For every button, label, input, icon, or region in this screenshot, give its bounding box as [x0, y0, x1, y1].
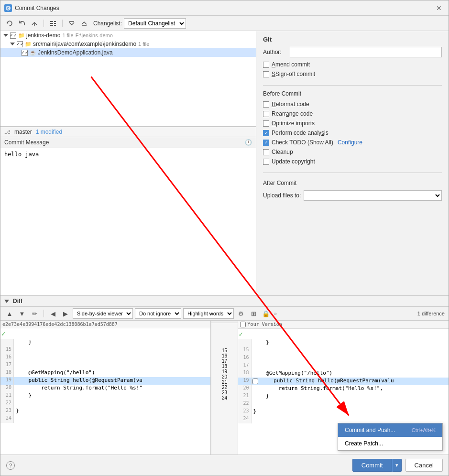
line-content: @GetMapping("/hello")	[252, 370, 335, 378]
highlight-select[interactable]: Highlight words	[183, 308, 234, 319]
separator-1	[44, 20, 44, 27]
after-commit-label: After Commit	[263, 180, 442, 186]
line-num: 15	[238, 347, 252, 355]
undo-button[interactable]	[17, 18, 27, 29]
diff-settings-btn[interactable]: ⚙	[236, 308, 246, 319]
diff-next-btn[interactable]: ▶	[60, 308, 71, 319]
reformat-checkbox[interactable]	[263, 101, 269, 108]
ignore-select[interactable]: Do not ignore	[135, 308, 181, 319]
commit-message-input[interactable]: hello java	[0, 148, 256, 295]
file-tree: ✓ 📁 jenkins-demo 1 file F:\jenkins-demo …	[0, 31, 256, 127]
author-label: Author:	[263, 49, 287, 55]
diff-prev-btn[interactable]: ◀	[48, 308, 58, 319]
cancel-button[interactable]: Cancel	[405, 459, 443, 472]
rearrange-checkbox[interactable]	[263, 111, 269, 117]
changelists-button[interactable]	[48, 18, 58, 29]
author-input[interactable]	[290, 47, 442, 57]
commit-push-item[interactable]: Commit and Push... Ctrl+Alt+K	[338, 423, 442, 437]
line-num: 22	[0, 400, 14, 408]
diff-left-pane: e2e73e4e3994176ede42dc138086b1a7ad57d887…	[0, 321, 211, 454]
refresh-button[interactable]	[4, 18, 15, 29]
diff-down-btn[interactable]: ▼	[17, 308, 27, 319]
cleanup-checkbox[interactable]	[263, 149, 269, 155]
close-button[interactable]: ✕	[433, 3, 445, 13]
amend-commit-label: Amend commit	[272, 61, 310, 68]
line-content: return String.format("Hello %s!"	[14, 385, 144, 392]
tree-meta-root: 1 file	[62, 32, 73, 38]
signoff-commit-checkbox[interactable]	[263, 71, 269, 77]
create-patch-item[interactable]: Create Patch...	[338, 437, 442, 450]
line-content	[14, 354, 18, 362]
tree-item-src[interactable]: ✓ 📁 src\main\java\com\example\jenkinsdem…	[0, 40, 256, 48]
diff-left-checkmark: ✓	[0, 328, 210, 339]
right-header-checkbox[interactable]	[240, 322, 246, 327]
tree-checkbox-file[interactable]: ✓	[22, 50, 28, 56]
line-19-checkbox[interactable]	[252, 379, 258, 384]
diff-edit-btn[interactable]: ✏	[29, 308, 40, 319]
diff-right-line-23: 23 }	[238, 408, 449, 416]
todo-label: Check TODO (Show All)	[272, 139, 333, 146]
right-panel: Git Author: Amend commit SSign-off commi…	[256, 31, 449, 295]
collapse-all-button[interactable]	[79, 18, 89, 29]
copyright-checkbox[interactable]	[263, 159, 269, 165]
changelist-select[interactable]: Default Changelist	[124, 18, 186, 29]
line-content: }	[252, 408, 259, 416]
before-commit-label: Before Commit	[263, 90, 442, 97]
line-content	[252, 347, 255, 355]
commit-message-header: Commit Message 🕐	[0, 137, 256, 148]
diff-header: Diff	[0, 296, 449, 307]
diff-left-line-1: }	[0, 339, 210, 346]
update-button[interactable]	[29, 18, 40, 29]
upload-label: Upload files to:	[263, 192, 301, 199]
divider-1	[263, 85, 442, 86]
line-num: 21	[238, 393, 252, 400]
diff-left-line-23: 23 }	[0, 408, 210, 415]
diff-middle-header	[211, 321, 237, 323]
analyze-checkbox[interactable]: ✓	[263, 130, 269, 136]
line-num: 23	[238, 408, 252, 416]
tree-item-file[interactable]: ✓ ☕ JenkinsDemoApplication.java	[0, 48, 256, 57]
diff-middle-gutter: 15161718192021222324	[211, 321, 238, 454]
tree-checkbox-src[interactable]: ✓	[17, 41, 23, 47]
analyze-row: ✓ Perform code analysis	[263, 130, 442, 136]
folder-icon-root: 📁	[18, 32, 25, 39]
line-num: 18	[0, 369, 14, 377]
line-content	[14, 346, 18, 354]
tree-checkbox-root[interactable]: ✓	[10, 32, 16, 39]
tree-item-root[interactable]: ✓ 📁 jenkins-demo 1 file F:\jenkins-demo	[0, 31, 256, 40]
optimize-row: Optimize imports	[263, 120, 442, 127]
clock-icon[interactable]: 🕐	[245, 139, 252, 146]
diff-toggle[interactable]	[4, 300, 9, 303]
todo-checkbox[interactable]: ✓	[263, 140, 269, 146]
expand-all-button[interactable]	[66, 18, 77, 29]
svg-rect-5	[50, 25, 53, 26]
viewer-select[interactable]: Side-by-side viewer	[73, 308, 133, 319]
diff-right-checkmark: ✓	[238, 329, 449, 339]
configure-link[interactable]: Configure	[338, 139, 362, 146]
file-icon-java: ☕	[30, 50, 36, 56]
diff-left-line-17: 17	[0, 362, 210, 369]
line-content: @GetMapping("/hello")	[14, 369, 97, 377]
amend-commit-checkbox[interactable]	[263, 62, 269, 68]
optimize-checkbox[interactable]	[263, 120, 269, 127]
commit-dropdown-popup: Commit and Push... Ctrl+Alt+K Create Pat…	[338, 423, 443, 451]
diff-side-btn[interactable]: ⊞	[248, 308, 259, 319]
right-checkmark-icon: ✓	[238, 329, 244, 339]
main-toolbar: Changelist: Default Changelist	[0, 16, 449, 31]
svg-rect-3	[50, 21, 53, 22]
signoff-commit-row: SSign-off commit	[263, 71, 442, 77]
line-num: 19	[0, 377, 14, 385]
upload-select[interactable]	[304, 190, 442, 201]
commit-dropdown-button[interactable]: ▾	[392, 459, 402, 472]
diff-right-line-16: 16	[238, 355, 449, 362]
diff-lock-btn[interactable]: 🔒	[261, 308, 271, 319]
line-content	[252, 362, 255, 370]
changelist-label: Changelist:	[93, 20, 122, 27]
line-num: 24	[0, 415, 14, 423]
svg-rect-7	[54, 23, 56, 24]
main-window: C Commit Changes ✕	[0, 0, 449, 476]
amend-commit-row: Amend commit	[263, 61, 442, 68]
help-button[interactable]: ?	[6, 461, 15, 470]
commit-button[interactable]: Commit	[352, 459, 392, 472]
diff-up-btn[interactable]: ▲	[4, 308, 15, 319]
